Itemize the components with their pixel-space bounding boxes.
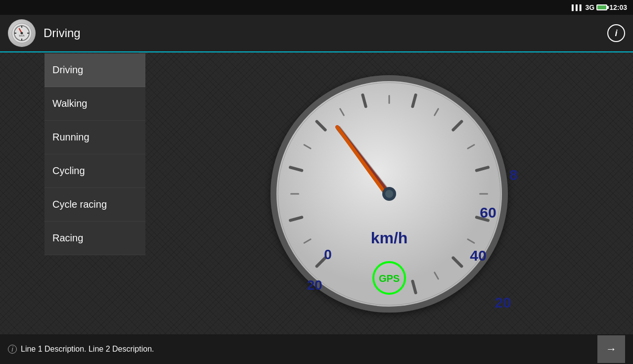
svg-text:60: 60 [480, 204, 496, 221]
svg-text:GPS: GPS [379, 273, 400, 284]
status-icons: ▌▌▌ 3G 12:03 [572, 3, 627, 11]
sidebar-item-cycling[interactable]: Cycling [45, 154, 145, 188]
svg-text:80: 80 [509, 167, 518, 183]
sidebar-item-running[interactable]: Running [45, 121, 145, 154]
clock: 12:03 [609, 3, 627, 11]
status-bar: ▌▌▌ 3G 12:03 [0, 0, 633, 15]
next-arrow-icon: → [606, 343, 617, 356]
sidebar-item-racing[interactable]: Racing [45, 222, 145, 255]
svg-text:20: 20 [307, 277, 322, 293]
network-type: 3G [586, 3, 595, 11]
battery-icon [596, 4, 607, 10]
bottom-bar: i Line 1 Description. Line 2 Description… [0, 334, 633, 364]
signal-icon: ▌▌▌ [572, 4, 583, 10]
svg-text:km/h: km/h [371, 229, 408, 247]
svg-text:0: 0 [324, 247, 332, 262]
svg-text:km/h: km/h [19, 34, 25, 37]
next-button[interactable]: → [597, 335, 625, 363]
bottom-description: Line 1 Description. Line 2 Description. [21, 345, 597, 354]
svg-rect-31 [479, 193, 488, 195]
svg-point-53 [385, 190, 393, 198]
svg-rect-25 [290, 193, 299, 195]
bottom-info-icon: i [8, 345, 17, 354]
speedometer: 0 0 20 [261, 65, 518, 322]
sidebar-item-cycle-racing[interactable]: Cycle racing [45, 188, 145, 222]
sidebar-menu: Driving Walking Running Cycling Cycle ra… [45, 53, 145, 255]
svg-text:40: 40 [470, 247, 486, 264]
svg-rect-28 [389, 95, 390, 104]
main-content: 0 0 20 [145, 53, 633, 334]
app-title: Driving [44, 26, 607, 40]
sidebar-item-walking[interactable]: Walking [45, 87, 145, 121]
info-button[interactable]: i [607, 24, 625, 42]
sidebar-item-driving[interactable]: Driving [45, 53, 145, 87]
svg-text:20: 20 [495, 294, 511, 311]
app-icon: km/h [8, 19, 36, 47]
app-bar: km/h Driving i [0, 15, 633, 52]
